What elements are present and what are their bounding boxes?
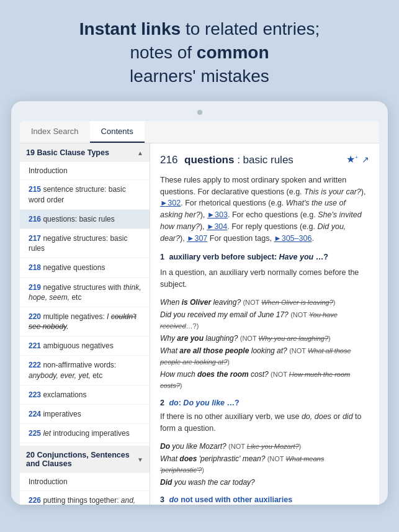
section-num-1: 1 <box>160 253 164 261</box>
link-303[interactable]: ►303 <box>207 210 228 219</box>
entry-num-224: 224 <box>29 410 41 418</box>
entry-num-225: 225 <box>29 429 41 438</box>
examples-2: Do you like Mozart? (NOT Like you Mozart… <box>160 441 369 488</box>
sidebar-intro-2[interactable]: Introduction <box>20 473 150 491</box>
example-1-4: What are all those people looking at? (N… <box>160 345 369 367</box>
section-num-3: 3 <box>160 495 164 504</box>
link-307[interactable]: ►307 <box>187 234 207 243</box>
section-body-2: If there is no other auxiliary verb, we … <box>160 411 369 435</box>
sidebar-item-218[interactable]: 218 negative questions <box>20 258 150 277</box>
expand-icon[interactable]: ↗ <box>362 153 369 166</box>
sidebar-item-223[interactable]: 223 exclamations <box>20 385 150 405</box>
sidebar-item-216[interactable]: 216 questions: basic rules <box>20 210 150 229</box>
sidebar: 19 Basic Clause Types ▲ Introduction 215… <box>20 143 150 505</box>
example-2-1: Do you like Mozart? (NOT Like you Mozart… <box>160 441 369 452</box>
entry-actions: ★+ ↗ <box>346 152 369 167</box>
tab-bar: Index Search Contents <box>20 121 379 143</box>
tab-index-search[interactable]: Index Search <box>20 121 90 143</box>
header-common: common <box>197 43 269 62</box>
sidebar-item-224[interactable]: 224 imperatives <box>20 405 150 424</box>
header-line2-pre: notes of <box>130 43 196 62</box>
sidebar-item-222[interactable]: 222 non-affirmative words: anybody, ever… <box>20 356 150 385</box>
example-1-2: Did you received my email of June 17? (N… <box>160 309 369 331</box>
entry-num-222: 222 <box>29 361 41 369</box>
sidebar-item-220[interactable]: 220 multiple negatives: I couldn't see n… <box>20 307 150 336</box>
example-1-1: When is Oliver leaving? (NOT When Oliver… <box>160 297 369 308</box>
entry-num-218: 218 <box>29 263 41 272</box>
entry-label-223: exclamations <box>43 390 86 399</box>
reading-pane: 216 questions : basic rules ★+ ↗ These r… <box>150 143 379 505</box>
section-title-3: do not used with other auxiliaries <box>169 495 292 504</box>
entry-label-216: questions: basic rules <box>43 215 114 223</box>
chevron-down-icon: ▼ <box>137 456 143 463</box>
link-305-306[interactable]: ►305–306 <box>274 234 312 243</box>
entry-num-220: 220 <box>29 312 41 321</box>
entry-label-215: sentence structure: basic word order <box>29 185 126 204</box>
example-2-3: Did you wash the car today? <box>160 477 369 488</box>
entry-label-226: putting things together: and, but, or <box>29 496 135 505</box>
example-1-5: How much does the room cost? (NOT How mu… <box>160 369 369 391</box>
sidebar-section-1-num: 19 <box>26 148 35 157</box>
header-bold-text: Instant links <box>79 19 181 38</box>
section-body-1: In a question, an auxiliary verb normall… <box>160 267 369 291</box>
chevron-up-icon: ▲ <box>137 150 143 156</box>
link-302[interactable]: ►302 <box>160 199 181 207</box>
entry-intro-body: These rules apply to most ordinary spoke… <box>160 174 369 245</box>
entry-num-216: 216 <box>29 215 41 223</box>
entry-label-220: multiple negatives: I couldn't see nobod… <box>29 312 137 331</box>
example-1-3: Why are you laughing? (NOT Why you are l… <box>160 333 369 344</box>
entry-subtitle: basic rules <box>243 154 294 166</box>
section-heading-3: 3 do not used with other auxiliaries <box>160 494 369 505</box>
entry-label-222: non-affirmative words: anybody, ever, ye… <box>29 361 116 379</box>
entry-num-217: 217 <box>29 234 41 243</box>
sidebar-item-219[interactable]: 219 negative structures with think, hope… <box>20 278 150 307</box>
header-title: Instant links to related entries; notes … <box>20 17 379 88</box>
star-icon[interactable]: ★+ <box>346 152 358 167</box>
tablet-frame: Index Search Contents 19 Basic Clause Ty… <box>11 101 388 505</box>
section-title-1: auxiliary verb before subject: Have you … <box>169 253 328 261</box>
header-line3: learners' mistakes <box>130 66 269 86</box>
examples-1: When is Oliver leaving? (NOT When Oliver… <box>160 297 369 391</box>
entry-num-215: 215 <box>29 185 41 194</box>
sidebar-item-221[interactable]: 221 ambiguous negatives <box>20 336 150 356</box>
entry-title-colon: : <box>237 154 243 166</box>
section-num-2: 2 <box>160 399 164 407</box>
entry-title-word: questions <box>184 154 234 166</box>
sidebar-item-215[interactable]: 215 sentence structure: basic word order <box>20 180 150 209</box>
sidebar-item-225[interactable]: 225 let introducing imperatives <box>20 424 150 443</box>
section-title-2: do: Do you like …? <box>169 399 239 407</box>
entry-num-223: 223 <box>29 390 41 399</box>
content-area: 19 Basic Clause Types ▲ Introduction 215… <box>20 143 379 505</box>
entry-num-219: 219 <box>29 283 41 292</box>
sidebar-section-1-header[interactable]: 19 Basic Clause Types ▲ <box>20 143 150 162</box>
tab-contents[interactable]: Contents <box>90 121 145 143</box>
tablet-screen: Index Search Contents 19 Basic Clause Ty… <box>20 121 379 505</box>
header-section: Instant links to related entries; notes … <box>0 0 399 101</box>
entry-label-224: imperatives <box>43 410 81 418</box>
sidebar-section-1-title: 19 Basic Clause Types <box>26 148 109 157</box>
tablet-camera <box>197 110 202 115</box>
sidebar-intro-1[interactable]: Introduction <box>20 162 150 180</box>
section-heading-1: 1 auxiliary verb before subject: Have yo… <box>160 251 369 263</box>
entry-num-226: 226 <box>29 496 41 505</box>
entry-label-219: negative structures with think, hope, se… <box>29 283 141 302</box>
sidebar-item-226[interactable]: 226 putting things together: and, but, o… <box>20 491 150 505</box>
header-line1-rest: to related entries; <box>181 19 320 38</box>
entry-label-218: negative questions <box>43 263 105 272</box>
sidebar-item-217[interactable]: 217 negative structures: basic rules <box>20 229 150 258</box>
entry-header: 216 questions : basic rules ★+ ↗ <box>160 152 369 168</box>
sidebar-section-2-title: 20 Conjunctions, Sentences and Clauses <box>26 451 137 468</box>
entry-label-225: let introducing imperatives <box>43 429 129 438</box>
link-304[interactable]: ►304 <box>207 222 227 231</box>
entry-num-221: 221 <box>29 341 41 350</box>
example-2-2: What does 'periphrastic' mean? (NOT What… <box>160 453 369 476</box>
entry-label-221: ambiguous negatives <box>43 341 113 350</box>
entry-title: 216 questions : basic rules <box>160 152 294 168</box>
entry-label-217: negative structures: basic rules <box>29 234 127 253</box>
entry-num-large: 216 <box>160 154 177 166</box>
section-heading-2: 2 do: Do you like …? <box>160 397 369 409</box>
sidebar-section-2-header[interactable]: 20 Conjunctions, Sentences and Clauses ▼ <box>20 446 150 473</box>
